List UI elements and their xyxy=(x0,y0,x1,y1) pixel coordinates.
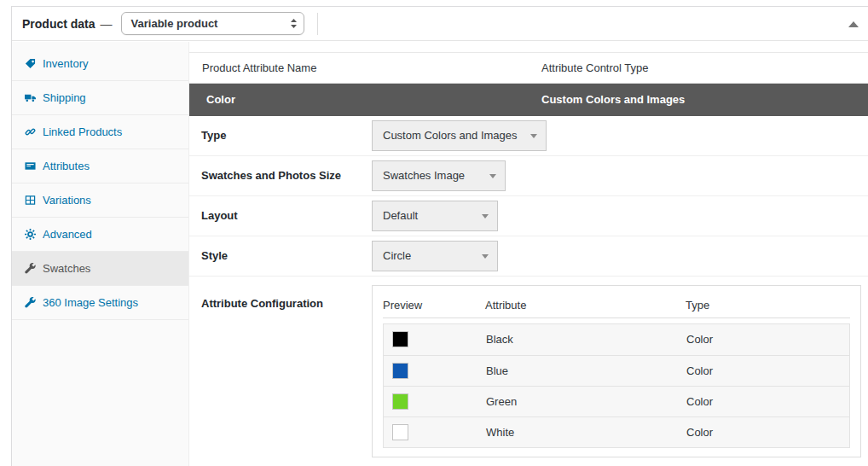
selected-attribute-control: Custom Colors and Images xyxy=(541,84,685,116)
column-header-type: Type xyxy=(686,296,709,315)
color-swatch xyxy=(392,363,408,379)
sidebar-item-label: Inventory xyxy=(43,57,88,70)
type-cell: Color xyxy=(686,387,713,417)
product-data-body: Inventory Shipping Linked Products xyxy=(12,42,868,466)
sidebar-item-360-image-settings[interactable]: 360 Image Settings xyxy=(12,286,188,320)
product-type-select[interactable]: Variable product xyxy=(121,12,304,35)
attribute-configuration-label: Attribute Configuration xyxy=(201,297,323,310)
product-data-tabs: Inventory Shipping Linked Products xyxy=(12,42,189,466)
sidebar-item-variations[interactable]: Variations xyxy=(12,183,188,218)
swatches-panel: Product Attribute Name Attribute Control… xyxy=(189,42,868,466)
title-separator: — xyxy=(101,17,113,31)
column-header-attribute-name: Product Attribute Name xyxy=(202,53,316,84)
layout-dropdown-value: Default xyxy=(383,209,418,222)
layout-label: Layout xyxy=(201,196,238,236)
color-swatch xyxy=(392,424,408,440)
wrench-icon xyxy=(25,263,36,274)
sidebar-item-inventory[interactable]: Inventory xyxy=(12,47,188,81)
selected-attribute-bar[interactable]: Color Custom Colors and Images xyxy=(189,84,868,116)
type-cell: Color xyxy=(686,417,713,448)
select-updown-icon xyxy=(290,18,298,29)
attribute-cell: Blue xyxy=(486,356,508,387)
swatches-size-dropdown[interactable]: Swatches Image Size xyxy=(372,160,506,191)
layout-dropdown[interactable]: Default xyxy=(372,201,498,231)
grid-icon xyxy=(25,195,36,206)
attribute-configuration-table: Preview Attribute Type Black Color xyxy=(372,285,861,457)
color-swatch xyxy=(392,393,408,410)
table-row[interactable]: White Color xyxy=(384,416,849,447)
column-header-attribute: Attribute xyxy=(485,296,526,315)
chevron-down-icon xyxy=(482,214,489,218)
panel-collapse-button[interactable] xyxy=(848,19,859,31)
link-icon xyxy=(25,126,36,137)
attributes-table: Product Attribute Name Attribute Control… xyxy=(189,52,868,457)
truck-icon xyxy=(25,92,36,103)
sidebar-item-linked-products[interactable]: Linked Products xyxy=(12,115,188,149)
color-swatch xyxy=(392,331,408,347)
sidebar-item-label: Linked Products xyxy=(43,125,122,138)
sidebar-item-label: Shipping xyxy=(43,91,86,104)
sidebar-item-label: Variations xyxy=(43,194,91,207)
tag-icon xyxy=(25,58,36,69)
sidebar-item-label: Advanced xyxy=(43,228,92,241)
selected-attribute-name: Color xyxy=(206,84,235,116)
page-title: Product data xyxy=(22,17,95,31)
configuration-table-body: Black Color Blue Color xyxy=(383,323,850,448)
product-data-postbox: Product data — Variable product xyxy=(11,6,868,466)
sidebar-item-attributes[interactable]: Attributes xyxy=(12,149,188,183)
type-dropdown[interactable]: Custom Colors and Images xyxy=(372,120,547,151)
type-label: Type xyxy=(201,116,226,155)
chevron-down-icon xyxy=(530,134,537,138)
header-divider xyxy=(317,13,318,35)
sidebar-item-swatches[interactable]: Swatches xyxy=(12,252,188,286)
sidebar-item-label: 360 Image Settings xyxy=(43,296,138,309)
table-row[interactable]: Green Color xyxy=(384,386,849,416)
sidebar-item-shipping[interactable]: Shipping xyxy=(12,81,188,115)
product-type-value: Variable product xyxy=(131,17,218,30)
chevron-down-icon xyxy=(482,254,489,259)
swatches-size-label: Swatches and Photos Size xyxy=(201,156,341,195)
attributes-table-header: Product Attribute Name Attribute Control… xyxy=(189,53,868,84)
attribute-cell: Black xyxy=(486,324,513,355)
table-row[interactable]: Black Color xyxy=(384,324,849,355)
wrench-icon xyxy=(25,297,36,308)
type-cell: Color xyxy=(686,324,713,355)
style-dropdown[interactable]: Circle xyxy=(372,241,498,271)
product-data-header: Product data — Variable product xyxy=(12,7,868,41)
style-label: Style xyxy=(201,236,228,276)
sidebar-item-advanced[interactable]: Advanced xyxy=(12,218,188,252)
style-dropdown-value: Circle xyxy=(383,249,411,262)
chevron-up-icon xyxy=(848,21,859,27)
gear-icon xyxy=(25,229,36,240)
field-row-type: Type Custom Colors and Images xyxy=(189,116,868,156)
attribute-cell: Green xyxy=(486,387,517,417)
sidebar-item-label: Attributes xyxy=(43,160,90,172)
configuration-table-header: Preview Attribute Type xyxy=(383,296,850,318)
column-header-preview: Preview xyxy=(383,296,422,315)
field-row-layout: Layout Default xyxy=(189,196,868,236)
column-header-control-type: Attribute Control Type xyxy=(541,53,649,84)
chevron-down-icon xyxy=(489,174,496,178)
type-dropdown-value: Custom Colors and Images xyxy=(383,129,518,142)
attribute-cell: White xyxy=(486,417,514,448)
card-icon xyxy=(25,160,36,172)
sidebar-item-label: Swatches xyxy=(43,262,90,275)
product-data-screen: Product data — Variable product xyxy=(0,0,868,466)
field-row-swatches-size: Swatches and Photos Size Swatches Image … xyxy=(189,156,868,196)
field-row-style: Style Circle xyxy=(189,236,868,277)
attribute-configuration-section: Attribute Configuration Preview Attribut… xyxy=(189,285,868,457)
table-row[interactable]: Blue Color xyxy=(384,355,849,386)
type-cell: Color xyxy=(686,356,713,387)
